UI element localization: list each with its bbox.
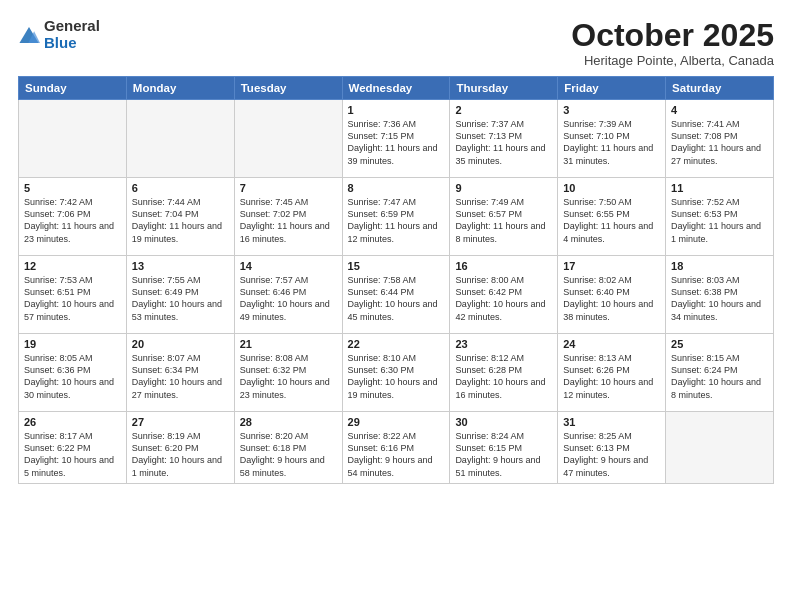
calendar-week-4: 19Sunrise: 8:05 AM Sunset: 6:36 PM Dayli… [19,334,774,412]
day-info: Sunrise: 7:45 AM Sunset: 7:02 PM Dayligh… [240,196,337,245]
weekday-header-row: SundayMondayTuesdayWednesdayThursdayFrid… [19,77,774,100]
weekday-header-friday: Friday [558,77,666,100]
table-row: 21Sunrise: 8:08 AM Sunset: 6:32 PM Dayli… [234,334,342,412]
header: General Blue October 2025 Heritage Point… [18,18,774,68]
day-number: 2 [455,104,552,116]
day-number: 8 [348,182,445,194]
day-number: 22 [348,338,445,350]
table-row: 14Sunrise: 7:57 AM Sunset: 6:46 PM Dayli… [234,256,342,334]
day-info: Sunrise: 8:00 AM Sunset: 6:42 PM Dayligh… [455,274,552,323]
day-info: Sunrise: 7:49 AM Sunset: 6:57 PM Dayligh… [455,196,552,245]
day-number: 5 [24,182,121,194]
logo-general: General [44,18,100,35]
day-info: Sunrise: 8:17 AM Sunset: 6:22 PM Dayligh… [24,430,121,479]
day-info: Sunrise: 8:15 AM Sunset: 6:24 PM Dayligh… [671,352,768,401]
table-row: 16Sunrise: 8:00 AM Sunset: 6:42 PM Dayli… [450,256,558,334]
day-info: Sunrise: 7:39 AM Sunset: 7:10 PM Dayligh… [563,118,660,167]
day-number: 30 [455,416,552,428]
day-info: Sunrise: 7:47 AM Sunset: 6:59 PM Dayligh… [348,196,445,245]
weekday-header-wednesday: Wednesday [342,77,450,100]
day-number: 21 [240,338,337,350]
table-row: 23Sunrise: 8:12 AM Sunset: 6:28 PM Dayli… [450,334,558,412]
day-info: Sunrise: 8:20 AM Sunset: 6:18 PM Dayligh… [240,430,337,479]
day-number: 18 [671,260,768,272]
table-row: 22Sunrise: 8:10 AM Sunset: 6:30 PM Dayli… [342,334,450,412]
table-row: 11Sunrise: 7:52 AM Sunset: 6:53 PM Dayli… [666,178,774,256]
month-title: October 2025 [571,18,774,53]
day-info: Sunrise: 7:44 AM Sunset: 7:04 PM Dayligh… [132,196,229,245]
day-info: Sunrise: 7:50 AM Sunset: 6:55 PM Dayligh… [563,196,660,245]
table-row: 12Sunrise: 7:53 AM Sunset: 6:51 PM Dayli… [19,256,127,334]
table-row: 8Sunrise: 7:47 AM Sunset: 6:59 PM Daylig… [342,178,450,256]
day-number: 20 [132,338,229,350]
day-number: 15 [348,260,445,272]
day-info: Sunrise: 7:58 AM Sunset: 6:44 PM Dayligh… [348,274,445,323]
page: General Blue October 2025 Heritage Point… [0,0,792,612]
table-row [126,100,234,178]
day-info: Sunrise: 8:10 AM Sunset: 6:30 PM Dayligh… [348,352,445,401]
weekday-header-sunday: Sunday [19,77,127,100]
calendar-week-2: 5Sunrise: 7:42 AM Sunset: 7:06 PM Daylig… [19,178,774,256]
day-number: 9 [455,182,552,194]
weekday-header-monday: Monday [126,77,234,100]
table-row: 26Sunrise: 8:17 AM Sunset: 6:22 PM Dayli… [19,412,127,484]
logo-blue: Blue [44,35,100,52]
logo-icon [18,24,40,46]
table-row: 31Sunrise: 8:25 AM Sunset: 6:13 PM Dayli… [558,412,666,484]
weekday-header-thursday: Thursday [450,77,558,100]
day-number: 16 [455,260,552,272]
day-info: Sunrise: 8:07 AM Sunset: 6:34 PM Dayligh… [132,352,229,401]
day-number: 25 [671,338,768,350]
table-row: 20Sunrise: 8:07 AM Sunset: 6:34 PM Dayli… [126,334,234,412]
table-row: 19Sunrise: 8:05 AM Sunset: 6:36 PM Dayli… [19,334,127,412]
title-block: October 2025 Heritage Pointe, Alberta, C… [571,18,774,68]
table-row: 9Sunrise: 7:49 AM Sunset: 6:57 PM Daylig… [450,178,558,256]
day-info: Sunrise: 7:42 AM Sunset: 7:06 PM Dayligh… [24,196,121,245]
day-info: Sunrise: 7:36 AM Sunset: 7:15 PM Dayligh… [348,118,445,167]
day-info: Sunrise: 8:02 AM Sunset: 6:40 PM Dayligh… [563,274,660,323]
day-number: 7 [240,182,337,194]
day-number: 23 [455,338,552,350]
day-number: 3 [563,104,660,116]
day-number: 6 [132,182,229,194]
table-row: 30Sunrise: 8:24 AM Sunset: 6:15 PM Dayli… [450,412,558,484]
table-row: 15Sunrise: 7:58 AM Sunset: 6:44 PM Dayli… [342,256,450,334]
location-subtitle: Heritage Pointe, Alberta, Canada [571,53,774,68]
table-row: 1Sunrise: 7:36 AM Sunset: 7:15 PM Daylig… [342,100,450,178]
day-number: 24 [563,338,660,350]
day-info: Sunrise: 7:52 AM Sunset: 6:53 PM Dayligh… [671,196,768,245]
table-row: 18Sunrise: 8:03 AM Sunset: 6:38 PM Dayli… [666,256,774,334]
day-number: 31 [563,416,660,428]
table-row: 25Sunrise: 8:15 AM Sunset: 6:24 PM Dayli… [666,334,774,412]
day-number: 4 [671,104,768,116]
logo: General Blue [18,18,100,51]
day-number: 17 [563,260,660,272]
day-number: 12 [24,260,121,272]
table-row: 3Sunrise: 7:39 AM Sunset: 7:10 PM Daylig… [558,100,666,178]
day-number: 1 [348,104,445,116]
table-row: 2Sunrise: 7:37 AM Sunset: 7:13 PM Daylig… [450,100,558,178]
table-row: 28Sunrise: 8:20 AM Sunset: 6:18 PM Dayli… [234,412,342,484]
day-number: 13 [132,260,229,272]
weekday-header-saturday: Saturday [666,77,774,100]
day-info: Sunrise: 8:25 AM Sunset: 6:13 PM Dayligh… [563,430,660,479]
day-info: Sunrise: 8:03 AM Sunset: 6:38 PM Dayligh… [671,274,768,323]
day-number: 26 [24,416,121,428]
table-row [234,100,342,178]
day-number: 28 [240,416,337,428]
day-info: Sunrise: 8:19 AM Sunset: 6:20 PM Dayligh… [132,430,229,479]
table-row: 13Sunrise: 7:55 AM Sunset: 6:49 PM Dayli… [126,256,234,334]
day-info: Sunrise: 7:55 AM Sunset: 6:49 PM Dayligh… [132,274,229,323]
day-number: 29 [348,416,445,428]
day-info: Sunrise: 7:37 AM Sunset: 7:13 PM Dayligh… [455,118,552,167]
table-row: 6Sunrise: 7:44 AM Sunset: 7:04 PM Daylig… [126,178,234,256]
day-info: Sunrise: 7:53 AM Sunset: 6:51 PM Dayligh… [24,274,121,323]
weekday-header-tuesday: Tuesday [234,77,342,100]
day-number: 19 [24,338,121,350]
calendar-week-3: 12Sunrise: 7:53 AM Sunset: 6:51 PM Dayli… [19,256,774,334]
day-number: 14 [240,260,337,272]
table-row [666,412,774,484]
day-info: Sunrise: 8:24 AM Sunset: 6:15 PM Dayligh… [455,430,552,479]
day-info: Sunrise: 7:57 AM Sunset: 6:46 PM Dayligh… [240,274,337,323]
day-number: 27 [132,416,229,428]
